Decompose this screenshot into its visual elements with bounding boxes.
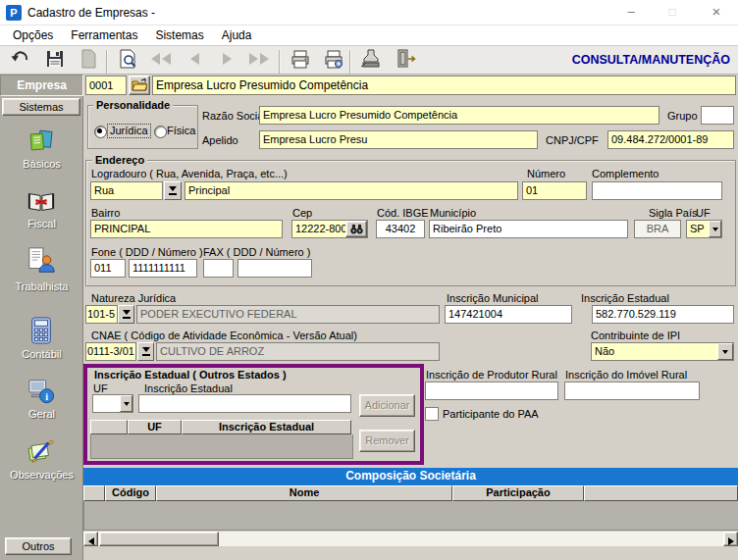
- natureza-dropdown-button[interactable]: [118, 305, 134, 324]
- menu-item-ajuda[interactable]: Ajuda: [213, 26, 261, 44]
- scrollbar-thumb[interactable]: [99, 532, 219, 546]
- complemento-field[interactable]: [592, 181, 722, 200]
- municipio-field[interactable]: Ribeirão Preto: [429, 220, 628, 238]
- cnae-codigo-field[interactable]: 0111-3/01: [85, 342, 136, 361]
- outros-estados-grid-body[interactable]: [90, 434, 353, 459]
- inscricao-estadual-field[interactable]: 582.770.529.119: [592, 305, 734, 324]
- company-name-field[interactable]: Empresa Lucro Presumido Competência: [152, 76, 736, 95]
- sidebar-item-contabil[interactable]: Contábil: [0, 314, 83, 375]
- radio-juridica[interactable]: [94, 126, 107, 138]
- delete-button[interactable]: [75, 47, 102, 73]
- grupo-label: Grupo: [667, 110, 698, 123]
- fax-ddd-field[interactable]: [203, 259, 234, 278]
- calculator-icon: [26, 316, 56, 347]
- adicionar-button[interactable]: Adicionar: [359, 394, 415, 417]
- scroll-left-button[interactable]: [83, 532, 98, 546]
- apelido-label: Apelido: [202, 134, 238, 147]
- sidebar-item-label: Contábil: [0, 348, 83, 360]
- fax-numero-field[interactable]: [237, 259, 312, 278]
- cnpj-cpf-field[interactable]: 09.484.272/0001-89: [607, 130, 734, 149]
- print-button[interactable]: [287, 47, 314, 73]
- print-setup-button[interactable]: [320, 47, 347, 73]
- sidebar-header-button[interactable]: Sistemas: [2, 98, 80, 116]
- produtor-rural-field[interactable]: [425, 382, 558, 400]
- ibge-field[interactable]: 43402: [376, 220, 425, 238]
- preview-icon: [118, 49, 137, 71]
- bairro-label: Bairro: [91, 207, 120, 220]
- uf-label: UF: [696, 207, 711, 220]
- sidebar-item-label: Trabalhista: [0, 280, 83, 292]
- title-bar: P Cadastro de Empresas - – □ ×: [0, 0, 738, 25]
- sidebar-item-basicos[interactable]: Básicos: [0, 126, 83, 184]
- horizontal-scrollbar[interactable]: [83, 532, 738, 546]
- close-button[interactable]: ×: [695, 0, 738, 25]
- composicao-grid-body[interactable]: [83, 501, 738, 531]
- cnae-dropdown-button[interactable]: [137, 342, 154, 361]
- sidebar-footer-button[interactable]: Outros: [5, 537, 72, 555]
- books-icon: [26, 127, 56, 159]
- paa-label: Participante do PAA: [443, 408, 539, 421]
- application-window: P Cadastro de Empresas - – □ × Opções Fe…: [0, 0, 738, 560]
- open-company-button[interactable]: [129, 76, 150, 95]
- outros-estados-ie-field[interactable]: [138, 394, 351, 413]
- outros-estados-uf-arrow-button[interactable]: [120, 395, 132, 412]
- undo-button[interactable]: [6, 47, 33, 73]
- inscricao-municipal-label: Inscrição Municipal: [447, 292, 539, 305]
- uf-combo-arrow-button[interactable]: [709, 221, 721, 237]
- menu-item-ferramentas[interactable]: Ferramentas: [62, 26, 146, 44]
- exit-button[interactable]: [393, 47, 420, 73]
- toolbar-separator: [279, 50, 280, 74]
- natureza-codigo-field[interactable]: 101-5: [85, 305, 118, 324]
- numero-label: Número: [527, 168, 565, 180]
- imovel-rural-label: Inscrição do Imóvel Rural: [565, 369, 687, 382]
- open-folder-icon: [132, 81, 147, 93]
- scroll-right-button[interactable]: [723, 532, 738, 546]
- logradouro-nome-field[interactable]: Principal: [184, 181, 518, 200]
- minimize-button[interactable]: –: [610, 0, 652, 25]
- notes-pencil-icon: [26, 436, 56, 468]
- next-record-button[interactable]: [214, 47, 241, 73]
- preview-button[interactable]: [114, 47, 141, 73]
- menu-item-opcoes[interactable]: Opções: [4, 26, 62, 44]
- fone-numero-field[interactable]: 1111111111: [129, 259, 197, 278]
- maximize-button[interactable]: □: [652, 0, 693, 25]
- first-record-button[interactable]: [147, 47, 175, 73]
- imovel-rural-field[interactable]: [564, 382, 700, 400]
- remover-button[interactable]: Remover: [359, 430, 415, 452]
- toolbar: CONSULTA/MANUTENÇÃO: [0, 45, 738, 75]
- last-record-button[interactable]: [245, 47, 273, 73]
- previous-record-button[interactable]: [181, 47, 208, 73]
- company-label-panel: Empresa: [0, 75, 83, 96]
- last-record-icon: [247, 52, 271, 68]
- sidebar-item-label: Básicos: [0, 158, 83, 170]
- ibge-label: Cód. IBGE: [377, 207, 429, 220]
- logradouro-tipo-field[interactable]: Rua: [90, 181, 163, 200]
- inscricao-municipal-field[interactable]: 147421004: [445, 305, 572, 324]
- fone-ddd-field[interactable]: 011: [90, 259, 126, 278]
- contribuinte-ipi-arrow-button[interactable]: [717, 343, 733, 360]
- sidebar-item-geral[interactable]: i Geral: [0, 375, 83, 433]
- razao-social-field[interactable]: Empresa Lucro Presumido Competência: [259, 106, 659, 125]
- sidebar-item-fiscal[interactable]: Fiscal: [0, 185, 83, 244]
- logradouro-dropdown-button[interactable]: [164, 181, 182, 200]
- process-button[interactable]: [357, 47, 385, 73]
- sidebar-item-label: Geral: [0, 408, 83, 420]
- paa-checkbox[interactable]: [425, 407, 439, 421]
- radio-fisica[interactable]: [154, 126, 167, 138]
- company-code-field[interactable]: 0001: [85, 76, 127, 95]
- radio-juridica-label[interactable]: Jurídica: [108, 125, 150, 137]
- sidebar-item-observacoes[interactable]: Observações: [0, 434, 83, 495]
- save-button[interactable]: [41, 47, 69, 73]
- apelido-field[interactable]: Empresa Lucro Presu: [259, 130, 538, 149]
- sidebar-item-label: Fiscal: [0, 218, 83, 229]
- sidebar-item-trabalhista[interactable]: Trabalhista: [0, 244, 83, 307]
- radio-fisica-label[interactable]: Física: [167, 125, 195, 137]
- cep-search-button[interactable]: [345, 221, 367, 237]
- menu-item-sistemas[interactable]: Sistemas: [146, 26, 212, 44]
- contribuinte-ipi-combo[interactable]: Não: [591, 342, 734, 361]
- svg-text:i: i: [45, 391, 48, 402]
- bairro-field[interactable]: PRINCIPAL: [90, 220, 283, 238]
- grupo-field[interactable]: [701, 106, 734, 125]
- numero-field[interactable]: 01: [522, 181, 587, 200]
- dropdown-bar-icon: [122, 308, 132, 322]
